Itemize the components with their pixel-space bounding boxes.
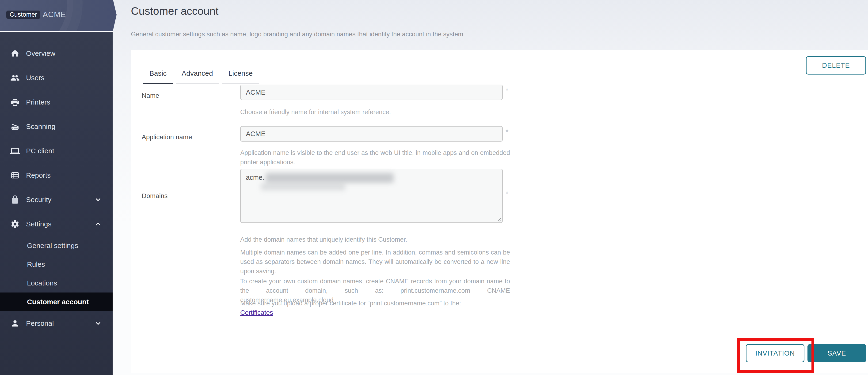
printer-icon bbox=[10, 98, 20, 107]
application-name-label: Application name bbox=[142, 133, 192, 141]
sidebar-item-security[interactable]: Security bbox=[0, 188, 113, 212]
sidebar-item-reports[interactable]: Reports bbox=[0, 163, 113, 188]
name-help-text: Choose a friendly name for internal syst… bbox=[240, 107, 510, 117]
chevron-down-icon bbox=[94, 196, 102, 203]
sidebar-item-label: Overview bbox=[26, 49, 55, 58]
reports-icon bbox=[10, 171, 20, 180]
required-marker: * bbox=[505, 190, 508, 198]
sidebar-item-label: Users bbox=[26, 74, 44, 82]
page-title: Customer account bbox=[131, 5, 218, 18]
sidebar-subitem-label: Rules bbox=[27, 261, 45, 268]
sidebar-item-label: Settings bbox=[26, 220, 51, 228]
customer-account-card: Basic Advanced License DELETE Name * Cho… bbox=[131, 50, 868, 373]
sidebar-item-locations[interactable]: Locations bbox=[0, 274, 113, 293]
sidebar-item-label: PC client bbox=[26, 147, 54, 155]
domains-value: acme. bbox=[246, 174, 265, 181]
tab-advanced[interactable]: Advanced bbox=[176, 50, 219, 85]
name-input[interactable] bbox=[240, 84, 503, 100]
redacted-domain-text bbox=[266, 173, 394, 183]
redacted-domain-text bbox=[261, 183, 345, 190]
sidebar-item-settings[interactable]: Settings bbox=[0, 212, 113, 236]
save-button[interactable]: SAVE bbox=[807, 344, 866, 362]
application-name-input[interactable] bbox=[240, 126, 503, 142]
gear-icon bbox=[10, 219, 20, 229]
tab-label: Advanced bbox=[182, 69, 213, 77]
sidebar-nav: Overview Users Printers Scanning PC clie… bbox=[0, 32, 113, 336]
sidebar-item-rules[interactable]: Rules bbox=[0, 255, 113, 274]
lock-icon bbox=[10, 195, 20, 204]
textarea-resize-handle[interactable] bbox=[496, 216, 502, 222]
sidebar-subitem-label: General settings bbox=[27, 242, 78, 250]
delete-button[interactable]: DELETE bbox=[806, 56, 866, 74]
domains-help-add: Add the domain names that uniquely ident… bbox=[240, 235, 510, 244]
required-marker: * bbox=[505, 128, 508, 136]
invitation-button[interactable]: INVITATION bbox=[746, 344, 804, 362]
page-subtitle: General customer settings such as name, … bbox=[131, 31, 465, 38]
sidebar-item-label: Reports bbox=[26, 171, 51, 179]
customer-badge: Customer bbox=[6, 10, 40, 19]
domains-help-multiple: Multiple domain names can be added one p… bbox=[240, 248, 510, 276]
users-icon bbox=[10, 73, 20, 82]
domains-textarea[interactable]: acme. bbox=[240, 169, 503, 223]
sidebar-item-customer-account[interactable]: Customer account bbox=[0, 293, 113, 311]
sidebar-item-label: Printers bbox=[26, 98, 50, 106]
home-icon bbox=[10, 49, 20, 58]
tab-basic[interactable]: Basic bbox=[143, 50, 173, 85]
sidebar-item-personal[interactable]: Personal bbox=[0, 311, 113, 336]
sidebar-subitem-label: Locations bbox=[27, 279, 57, 287]
sidebar-subitem-label: Customer account bbox=[27, 298, 89, 306]
required-marker: * bbox=[505, 86, 508, 95]
chevron-down-icon bbox=[94, 320, 102, 327]
scanner-icon bbox=[10, 122, 20, 131]
sidebar-item-label: Security bbox=[26, 196, 51, 204]
tab-bar: Basic Advanced License bbox=[143, 50, 259, 85]
sidebar-item-scanning[interactable]: Scanning bbox=[0, 114, 113, 139]
tab-license[interactable]: License bbox=[222, 50, 259, 85]
sidebar-item-label: Personal bbox=[26, 319, 54, 328]
person-icon bbox=[10, 319, 20, 328]
sidebar-item-label: Scanning bbox=[26, 123, 55, 131]
domains-help-certificate: Make sure you upload a proper certificat… bbox=[240, 299, 510, 308]
sidebar-item-general-settings[interactable]: General settings bbox=[0, 236, 113, 255]
name-label: Name bbox=[142, 92, 159, 99]
tab-label: Basic bbox=[149, 69, 166, 77]
brand-name: ACME bbox=[43, 10, 66, 19]
domains-label: Domains bbox=[142, 192, 167, 200]
sidebar-item-pc-client[interactable]: PC client bbox=[0, 139, 113, 163]
brand-header: Customer ACME bbox=[0, 0, 117, 31]
sidebar-item-printers[interactable]: Printers bbox=[0, 90, 113, 114]
tab-label: License bbox=[228, 69, 253, 77]
sidebar-item-users[interactable]: Users bbox=[0, 66, 113, 90]
application-name-help-text: Application name is visible to the end u… bbox=[240, 148, 510, 167]
sidebar-item-overview[interactable]: Overview bbox=[0, 41, 113, 66]
chevron-up-icon bbox=[94, 220, 102, 228]
monitor-icon bbox=[10, 146, 20, 156]
certificates-link[interactable]: Certificates bbox=[240, 309, 273, 316]
